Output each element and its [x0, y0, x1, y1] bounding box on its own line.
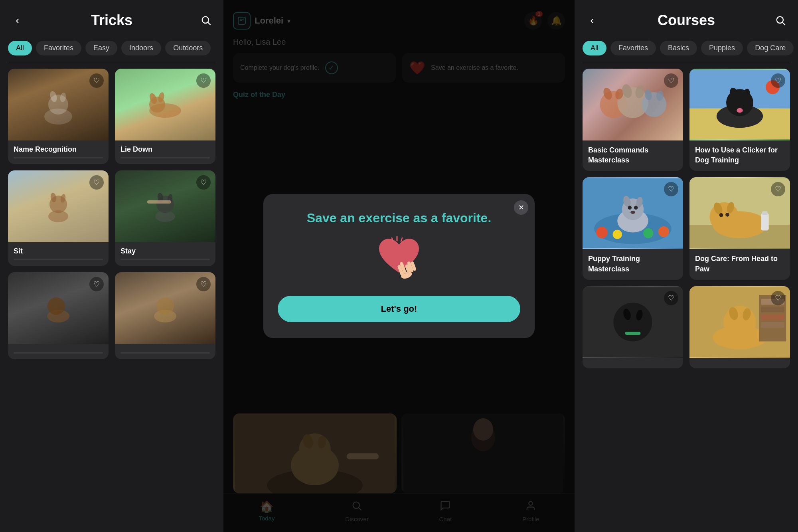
card-bar-name-recognition: [14, 157, 103, 158]
filter-favorites[interactable]: Favorites: [36, 41, 81, 55]
modal-close-button[interactable]: ✕: [514, 200, 528, 215]
course-card-bottom2[interactable]: ♡: [689, 286, 790, 368]
svg-point-77: [628, 206, 632, 210]
courses-filter-basics[interactable]: Basics: [660, 41, 697, 55]
search-button-right[interactable]: [772, 15, 788, 26]
svg-rect-18: [147, 200, 171, 204]
svg-line-33: [401, 238, 402, 241]
favorite-btn-bottom2-right[interactable]: ♡: [771, 291, 785, 305]
tricks-grid: ♡ Name Recognition ♡ Lie Down: [0, 62, 223, 366]
card-bar-lie-down: [120, 157, 210, 158]
svg-point-89: [725, 213, 729, 217]
card-bar-bottom2: [120, 352, 210, 354]
svg-point-79: [630, 211, 635, 214]
courses-filter-favorites[interactable]: Favorites: [610, 41, 656, 55]
svg-line-49: [782, 22, 785, 25]
filter-outdoors[interactable]: Outdoors: [165, 41, 211, 55]
svg-rect-94: [625, 332, 641, 335]
card-title-lie-down: Lie Down: [115, 140, 215, 157]
card-bar-sit: [14, 259, 103, 260]
favorite-btn-bottom2[interactable]: ♡: [196, 277, 211, 291]
modal-title: Save an exercise as a favorite.: [307, 210, 492, 227]
courses-title: Courses: [600, 12, 772, 29]
svg-point-88: [719, 213, 723, 217]
card-bar-stay: [120, 259, 210, 260]
course-title-bottom1: [583, 358, 683, 368]
svg-point-0: [202, 17, 209, 23]
svg-point-66: [737, 108, 743, 113]
course-title-puppy: Puppy Training Masterclass: [583, 249, 683, 279]
svg-point-22: [156, 297, 174, 315]
card-title-bottom1: [8, 344, 109, 352]
modal-heart-icon: [375, 235, 423, 288]
lets-go-button[interactable]: Let's go!: [278, 296, 520, 322]
card-sit[interactable]: ♡ Sit: [8, 170, 109, 266]
svg-rect-87: [762, 212, 768, 216]
course-card-puppy[interactable]: ♡ Puppy Training Masterclass: [583, 177, 683, 279]
card-bar-bottom1: [14, 352, 103, 354]
card-title-sit: Sit: [8, 242, 109, 259]
course-title-dogcare: Dog Care: From Head to Paw: [689, 249, 790, 279]
course-title-bottom2: [689, 358, 790, 368]
course-card-dogcare[interactable]: ♡ Dog Care: From Head to Paw: [689, 177, 790, 279]
courses-grid: ♡ Basic Commands Masterclass: [575, 62, 798, 375]
filter-easy[interactable]: Easy: [85, 41, 117, 55]
svg-point-69: [596, 227, 608, 238]
card-title-name-recognition: Name Recognition: [8, 140, 109, 157]
svg-point-20: [47, 297, 65, 315]
card-bottom1[interactable]: ♡: [8, 272, 109, 359]
card-title-bottom2: [115, 344, 215, 352]
course-card-clicker[interactable]: ♡ How to Use a Clicker for Dog Training: [689, 69, 790, 171]
favorite-btn-bottom1[interactable]: ♡: [89, 277, 104, 291]
courses-filter-dogcare[interactable]: Dog Care: [747, 41, 794, 55]
center-panel: Lorelei ▾ 🔥 1 🔔 Hello, Lisa Lee Complete…: [223, 0, 575, 532]
right-panel: ‹ Courses All Favorites Basics Puppies D…: [575, 0, 798, 532]
courses-filter-puppies[interactable]: Puppies: [701, 41, 743, 55]
favorite-btn-basic[interactable]: ♡: [664, 73, 678, 88]
left-panel: ‹ Tricks All Favorites Easy Indoors Outd…: [0, 0, 223, 532]
card-title-stay: Stay: [115, 242, 215, 259]
filter-indoors[interactable]: Indoors: [121, 41, 161, 55]
svg-rect-102: [761, 307, 784, 312]
course-card-basic[interactable]: ♡ Basic Commands Masterclass: [583, 69, 683, 171]
svg-rect-104: [761, 322, 784, 328]
tricks-header: ‹ Tricks: [0, 0, 223, 37]
favorite-btn-bottom1-right[interactable]: ♡: [664, 291, 678, 305]
tricks-filter-bar: All Favorites Easy Indoors Outdoors: [0, 37, 223, 62]
card-lie-down[interactable]: ♡ Lie Down: [115, 69, 215, 164]
svg-point-78: [634, 206, 638, 210]
favorite-btn-clicker[interactable]: ♡: [771, 73, 785, 88]
card-bottom2[interactable]: ♡: [115, 272, 215, 359]
tricks-title: Tricks: [26, 12, 198, 29]
courses-back-button[interactable]: ‹: [584, 14, 600, 27]
svg-rect-86: [761, 213, 768, 231]
svg-point-91: [614, 303, 652, 341]
favorite-btn-name-recognition[interactable]: ♡: [89, 73, 104, 88]
course-title-clicker: How to Use a Clicker for Dog Training: [689, 140, 790, 171]
modal-overlay: ✕ Save an exercise as a favorite.: [223, 0, 575, 532]
svg-point-97: [723, 306, 756, 338]
svg-point-71: [643, 228, 653, 238]
svg-point-48: [777, 17, 783, 23]
back-button[interactable]: ‹: [10, 14, 26, 27]
courses-filter-bar: All Favorites Basics Puppies Dog Care: [575, 37, 798, 62]
courses-header: ‹ Courses: [575, 0, 798, 37]
svg-point-72: [658, 226, 669, 237]
svg-point-70: [613, 230, 622, 239]
favorite-btn-lie-down[interactable]: ♡: [196, 73, 211, 88]
svg-line-1: [208, 22, 210, 25]
favorite-btn-sit[interactable]: ♡: [89, 175, 104, 190]
search-button-left[interactable]: [198, 15, 214, 26]
favorite-btn-stay[interactable]: ♡: [196, 175, 211, 190]
filter-all[interactable]: All: [8, 41, 32, 55]
modal-box: ✕ Save an exercise as a favorite.: [263, 194, 535, 338]
svg-rect-103: [761, 314, 784, 320]
course-card-bottom1[interactable]: ♡: [583, 286, 683, 368]
card-name-recognition[interactable]: ♡ Name Recognition: [8, 69, 109, 164]
card-stay[interactable]: ♡ Stay: [115, 170, 215, 266]
course-title-basic: Basic Commands Masterclass: [583, 140, 683, 171]
courses-filter-all[interactable]: All: [583, 41, 606, 55]
